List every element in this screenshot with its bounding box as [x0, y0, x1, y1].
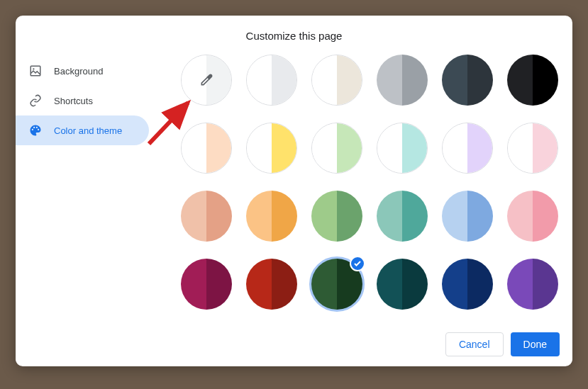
color-swatch-pastel-yellow[interactable]: [246, 123, 297, 174]
color-swatch-magenta[interactable]: [181, 259, 232, 310]
svg-point-1: [33, 68, 34, 69]
palette-area: [156, 55, 572, 327]
color-swatch-warm-grey[interactable]: [311, 55, 362, 106]
color-swatch-pink[interactable]: [507, 191, 558, 242]
color-swatch-light-grey[interactable]: [246, 55, 297, 106]
sidebar-item-color-theme[interactable]: Color and theme: [16, 115, 149, 145]
color-swatch-navy[interactable]: [442, 259, 493, 310]
image-frame-icon: [28, 64, 43, 78]
done-button[interactable]: Done: [511, 332, 560, 356]
color-swatch-forest-green[interactable]: [311, 259, 362, 310]
sidebar-item-label: Shortcuts: [54, 96, 93, 106]
sidebar-item-label: Background: [54, 66, 103, 77]
svg-rect-0: [30, 66, 40, 76]
color-swatch-pastel-lavender[interactable]: [442, 123, 493, 174]
color-swatch-red[interactable]: [246, 259, 297, 310]
cancel-button[interactable]: Cancel: [445, 332, 504, 356]
sidebar-item-shortcuts[interactable]: Shortcuts: [16, 86, 149, 115]
customize-dialog: Customize this page Background: [16, 16, 572, 366]
color-swatch-pastel-teal[interactable]: [377, 123, 428, 174]
color-swatch-orange[interactable]: [246, 191, 297, 242]
link-icon: [28, 94, 43, 108]
dialog-title: Customize this page: [16, 16, 572, 55]
color-swatch-green[interactable]: [311, 191, 362, 242]
color-swatch-color-picker[interactable]: [181, 55, 232, 106]
color-swatch-black[interactable]: [507, 55, 558, 106]
color-swatch-pastel-green[interactable]: [311, 123, 362, 174]
color-swatch-deep-teal[interactable]: [377, 259, 428, 310]
eyedropper-icon: [182, 55, 231, 105]
color-swatch-blue[interactable]: [442, 191, 493, 242]
check-icon: [350, 256, 365, 271]
color-swatch-purple[interactable]: [507, 259, 558, 310]
dialog-footer: Cancel Done: [433, 322, 572, 366]
palette-icon: [28, 123, 43, 137]
color-swatch-grey[interactable]: [377, 55, 428, 106]
sidebar-item-label: Color and theme: [54, 125, 122, 136]
sidebar: Background Shortcuts Color and them: [16, 55, 156, 327]
sidebar-item-background[interactable]: Background: [16, 56, 149, 86]
color-swatch-pastel-pink[interactable]: [507, 123, 558, 174]
color-swatch-dark-slate[interactable]: [442, 55, 493, 106]
color-swatch-peach[interactable]: [181, 191, 232, 242]
color-swatch-teal[interactable]: [377, 191, 428, 242]
color-swatch-pastel-peach[interactable]: [181, 123, 232, 174]
